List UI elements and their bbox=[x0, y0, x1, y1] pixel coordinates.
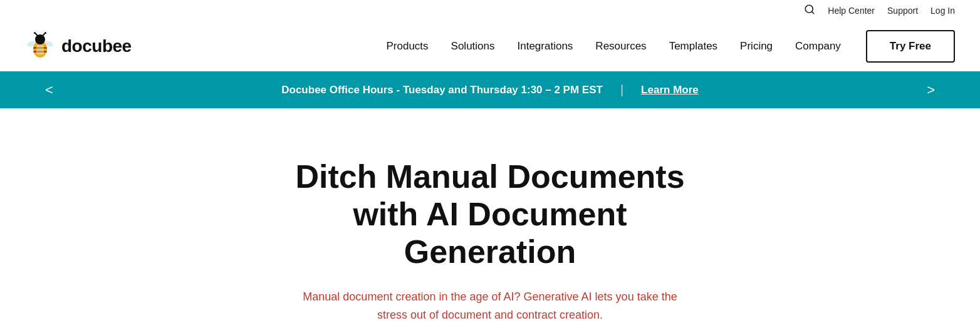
hero-section: Ditch Manual Documents with AI Document … bbox=[0, 108, 980, 328]
bee-logo-icon bbox=[25, 31, 55, 61]
svg-line-6 bbox=[43, 33, 45, 36]
support-link[interactable]: Support bbox=[887, 6, 918, 16]
help-center-link[interactable]: Help Center bbox=[828, 6, 875, 16]
svg-line-4 bbox=[35, 33, 38, 36]
hero-title: Ditch Manual Documents with AI Document … bbox=[271, 158, 709, 270]
banner-prev-arrow[interactable]: < bbox=[38, 79, 61, 101]
try-free-button[interactable]: Try Free bbox=[866, 30, 955, 63]
banner-divider: | bbox=[620, 83, 623, 97]
svg-point-3 bbox=[35, 34, 45, 44]
nav-resources[interactable]: Resources bbox=[595, 40, 646, 52]
nav-templates[interactable]: Templates bbox=[669, 40, 717, 52]
nav-pricing[interactable]: Pricing bbox=[740, 40, 773, 52]
nav-integrations[interactable]: Integrations bbox=[518, 40, 573, 52]
banner-learn-more-link[interactable]: Learn More bbox=[641, 84, 699, 96]
login-link[interactable]: Log In bbox=[930, 6, 955, 16]
search-icon[interactable] bbox=[804, 4, 815, 18]
hero-subtitle: Manual document creation in the age of A… bbox=[302, 288, 678, 324]
nav-company[interactable]: Company bbox=[795, 40, 841, 52]
announcement-banner: < Docubee Office Hours - Tuesday and Thu… bbox=[0, 71, 980, 108]
main-navbar: docubee Products Solutions Integrations … bbox=[0, 21, 980, 71]
svg-point-5 bbox=[34, 32, 36, 34]
nav-products[interactable]: Products bbox=[386, 40, 428, 52]
svg-line-1 bbox=[812, 11, 814, 13]
nav-links: Products Solutions Integrations Resource… bbox=[386, 40, 840, 53]
banner-next-arrow[interactable]: > bbox=[919, 79, 942, 101]
nav-solutions[interactable]: Solutions bbox=[451, 40, 495, 52]
utility-bar: Help Center Support Log In bbox=[0, 0, 980, 21]
banner-text: Docubee Office Hours - Tuesday and Thurs… bbox=[281, 84, 603, 96]
svg-rect-12 bbox=[36, 45, 44, 54]
logo[interactable]: docubee bbox=[25, 31, 132, 61]
logo-text: docubee bbox=[61, 36, 132, 56]
svg-point-7 bbox=[44, 32, 46, 34]
